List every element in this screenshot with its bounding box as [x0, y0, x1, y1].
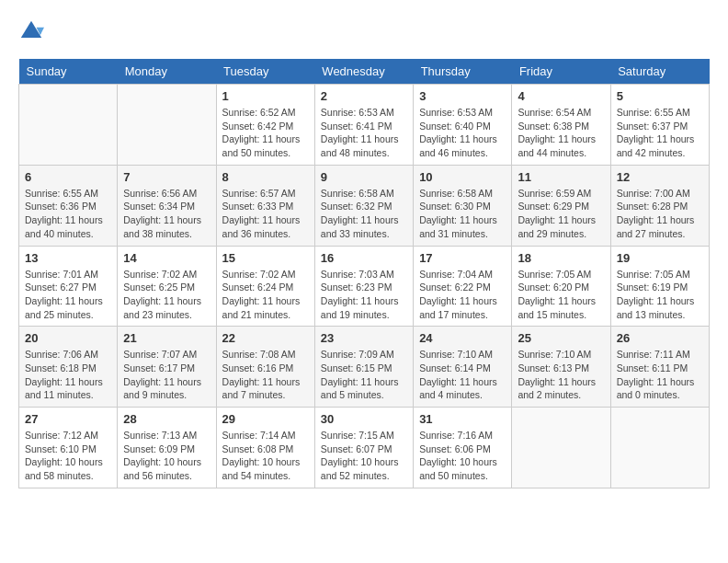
- day-number: 23: [321, 331, 407, 345]
- calendar-cell: [512, 408, 610, 488]
- calendar-cell: 28Sunrise: 7:13 AM Sunset: 6:09 PM Dayli…: [118, 408, 216, 488]
- calendar-cell: 29Sunrise: 7:14 AM Sunset: 6:08 PM Dayli…: [216, 408, 314, 488]
- day-number: 12: [617, 170, 703, 184]
- day-info: Sunrise: 7:01 AM Sunset: 6:27 PM Dayligh…: [25, 268, 111, 322]
- calendar-cell: 2Sunrise: 6:53 AM Sunset: 6:41 PM Daylig…: [314, 85, 413, 166]
- day-number: 30: [321, 412, 407, 426]
- calendar-cell: 20Sunrise: 7:06 AM Sunset: 6:18 PM Dayli…: [19, 327, 118, 408]
- day-info: Sunrise: 7:05 AM Sunset: 6:20 PM Dayligh…: [518, 268, 604, 322]
- day-info: Sunrise: 6:59 AM Sunset: 6:29 PM Dayligh…: [518, 187, 604, 241]
- day-info: Sunrise: 6:55 AM Sunset: 6:36 PM Dayligh…: [25, 187, 111, 241]
- calendar-cell: [19, 85, 118, 166]
- day-number: 1: [222, 89, 309, 103]
- day-number: 21: [123, 331, 210, 345]
- day-number: 4: [518, 89, 604, 103]
- day-number: 5: [617, 89, 703, 103]
- weekday-header-friday: Friday: [512, 59, 610, 85]
- day-info: Sunrise: 7:10 AM Sunset: 6:13 PM Dayligh…: [518, 348, 604, 402]
- page-header: [18, 18, 710, 44]
- calendar-cell: [610, 408, 709, 488]
- day-number: 16: [321, 251, 407, 265]
- day-number: 11: [518, 170, 604, 184]
- calendar-week-5: 27Sunrise: 7:12 AM Sunset: 6:10 PM Dayli…: [19, 408, 710, 488]
- day-number: 20: [25, 331, 111, 345]
- weekday-header-wednesday: Wednesday: [314, 59, 413, 85]
- day-info: Sunrise: 7:02 AM Sunset: 6:24 PM Dayligh…: [222, 268, 309, 322]
- day-number: 6: [25, 170, 111, 184]
- calendar-week-3: 13Sunrise: 7:01 AM Sunset: 6:27 PM Dayli…: [19, 246, 710, 327]
- calendar-cell: 21Sunrise: 7:07 AM Sunset: 6:17 PM Dayli…: [118, 327, 216, 408]
- day-info: Sunrise: 6:52 AM Sunset: 6:42 PM Dayligh…: [222, 106, 309, 160]
- calendar-cell: 3Sunrise: 6:53 AM Sunset: 6:40 PM Daylig…: [414, 85, 512, 166]
- day-info: Sunrise: 6:56 AM Sunset: 6:34 PM Dayligh…: [123, 187, 210, 241]
- day-number: 25: [518, 331, 604, 345]
- day-number: 3: [419, 89, 506, 103]
- day-number: 31: [419, 412, 506, 426]
- day-info: Sunrise: 7:05 AM Sunset: 6:19 PM Dayligh…: [617, 268, 703, 322]
- day-number: 14: [123, 251, 210, 265]
- calendar-cell: 25Sunrise: 7:10 AM Sunset: 6:13 PM Dayli…: [512, 327, 610, 408]
- weekday-header-saturday: Saturday: [610, 59, 709, 85]
- day-number: 22: [222, 331, 309, 345]
- day-number: 8: [222, 170, 309, 184]
- day-info: Sunrise: 6:53 AM Sunset: 6:40 PM Dayligh…: [419, 106, 506, 160]
- calendar-table: SundayMondayTuesdayWednesdayThursdayFrid…: [18, 59, 710, 488]
- day-info: Sunrise: 6:53 AM Sunset: 6:41 PM Dayligh…: [321, 106, 407, 160]
- day-info: Sunrise: 7:09 AM Sunset: 6:15 PM Dayligh…: [321, 348, 407, 402]
- calendar-cell: 10Sunrise: 6:58 AM Sunset: 6:30 PM Dayli…: [414, 165, 512, 246]
- day-info: Sunrise: 6:58 AM Sunset: 6:30 PM Dayligh…: [419, 187, 506, 241]
- day-info: Sunrise: 6:54 AM Sunset: 6:38 PM Dayligh…: [518, 106, 604, 160]
- calendar-cell: 31Sunrise: 7:16 AM Sunset: 6:06 PM Dayli…: [414, 408, 512, 488]
- weekday-header-tuesday: Tuesday: [216, 59, 314, 85]
- calendar-cell: 1Sunrise: 6:52 AM Sunset: 6:42 PM Daylig…: [216, 85, 314, 166]
- day-info: Sunrise: 7:15 AM Sunset: 6:07 PM Dayligh…: [321, 429, 407, 483]
- day-number: 9: [321, 170, 407, 184]
- calendar-cell: 4Sunrise: 6:54 AM Sunset: 6:38 PM Daylig…: [512, 85, 610, 166]
- day-info: Sunrise: 7:07 AM Sunset: 6:17 PM Dayligh…: [123, 348, 210, 402]
- calendar-cell: 6Sunrise: 6:55 AM Sunset: 6:36 PM Daylig…: [19, 165, 118, 246]
- calendar-cell: 27Sunrise: 7:12 AM Sunset: 6:10 PM Dayli…: [19, 408, 118, 488]
- calendar-cell: 8Sunrise: 6:57 AM Sunset: 6:33 PM Daylig…: [216, 165, 314, 246]
- calendar-week-2: 6Sunrise: 6:55 AM Sunset: 6:36 PM Daylig…: [19, 165, 710, 246]
- day-number: 26: [617, 331, 703, 345]
- day-info: Sunrise: 7:00 AM Sunset: 6:28 PM Dayligh…: [617, 187, 703, 241]
- day-info: Sunrise: 7:12 AM Sunset: 6:10 PM Dayligh…: [25, 429, 111, 483]
- day-info: Sunrise: 7:10 AM Sunset: 6:14 PM Dayligh…: [419, 348, 506, 402]
- day-info: Sunrise: 7:04 AM Sunset: 6:22 PM Dayligh…: [419, 268, 506, 322]
- calendar-cell: 15Sunrise: 7:02 AM Sunset: 6:24 PM Dayli…: [216, 246, 314, 327]
- calendar-cell: 5Sunrise: 6:55 AM Sunset: 6:37 PM Daylig…: [610, 85, 709, 166]
- calendar-cell: 30Sunrise: 7:15 AM Sunset: 6:07 PM Dayli…: [314, 408, 413, 488]
- calendar-cell: 9Sunrise: 6:58 AM Sunset: 6:32 PM Daylig…: [314, 165, 413, 246]
- logo-icon: [18, 18, 44, 44]
- day-info: Sunrise: 6:55 AM Sunset: 6:37 PM Dayligh…: [617, 106, 703, 160]
- day-info: Sunrise: 7:14 AM Sunset: 6:08 PM Dayligh…: [222, 429, 309, 483]
- calendar-week-1: 1Sunrise: 6:52 AM Sunset: 6:42 PM Daylig…: [19, 85, 710, 166]
- day-number: 2: [321, 89, 407, 103]
- calendar-cell: 14Sunrise: 7:02 AM Sunset: 6:25 PM Dayli…: [118, 246, 216, 327]
- day-info: Sunrise: 6:58 AM Sunset: 6:32 PM Dayligh…: [321, 187, 407, 241]
- day-info: Sunrise: 7:06 AM Sunset: 6:18 PM Dayligh…: [25, 348, 111, 402]
- day-info: Sunrise: 7:13 AM Sunset: 6:09 PM Dayligh…: [123, 429, 210, 483]
- day-info: Sunrise: 7:08 AM Sunset: 6:16 PM Dayligh…: [222, 348, 309, 402]
- day-number: 15: [222, 251, 309, 265]
- calendar-cell: 23Sunrise: 7:09 AM Sunset: 6:15 PM Dayli…: [314, 327, 413, 408]
- calendar-cell: 11Sunrise: 6:59 AM Sunset: 6:29 PM Dayli…: [512, 165, 610, 246]
- calendar-cell: 24Sunrise: 7:10 AM Sunset: 6:14 PM Dayli…: [414, 327, 512, 408]
- day-info: Sunrise: 7:16 AM Sunset: 6:06 PM Dayligh…: [419, 429, 506, 483]
- day-number: 27: [25, 412, 111, 426]
- calendar-cell: 12Sunrise: 7:00 AM Sunset: 6:28 PM Dayli…: [610, 165, 709, 246]
- calendar-cell: 22Sunrise: 7:08 AM Sunset: 6:16 PM Dayli…: [216, 327, 314, 408]
- day-number: 29: [222, 412, 309, 426]
- calendar-cell: 13Sunrise: 7:01 AM Sunset: 6:27 PM Dayli…: [19, 246, 118, 327]
- day-number: 19: [617, 251, 703, 265]
- calendar-week-4: 20Sunrise: 7:06 AM Sunset: 6:18 PM Dayli…: [19, 327, 710, 408]
- weekday-header-sunday: Sunday: [19, 59, 118, 85]
- weekday-header-thursday: Thursday: [414, 59, 512, 85]
- calendar-cell: 17Sunrise: 7:04 AM Sunset: 6:22 PM Dayli…: [414, 246, 512, 327]
- calendar-cell: 16Sunrise: 7:03 AM Sunset: 6:23 PM Dayli…: [314, 246, 413, 327]
- calendar-cell: 7Sunrise: 6:56 AM Sunset: 6:34 PM Daylig…: [118, 165, 216, 246]
- calendar-cell: 18Sunrise: 7:05 AM Sunset: 6:20 PM Dayli…: [512, 246, 610, 327]
- day-info: Sunrise: 6:57 AM Sunset: 6:33 PM Dayligh…: [222, 187, 309, 241]
- day-info: Sunrise: 7:02 AM Sunset: 6:25 PM Dayligh…: [123, 268, 210, 322]
- day-info: Sunrise: 7:11 AM Sunset: 6:11 PM Dayligh…: [617, 348, 703, 402]
